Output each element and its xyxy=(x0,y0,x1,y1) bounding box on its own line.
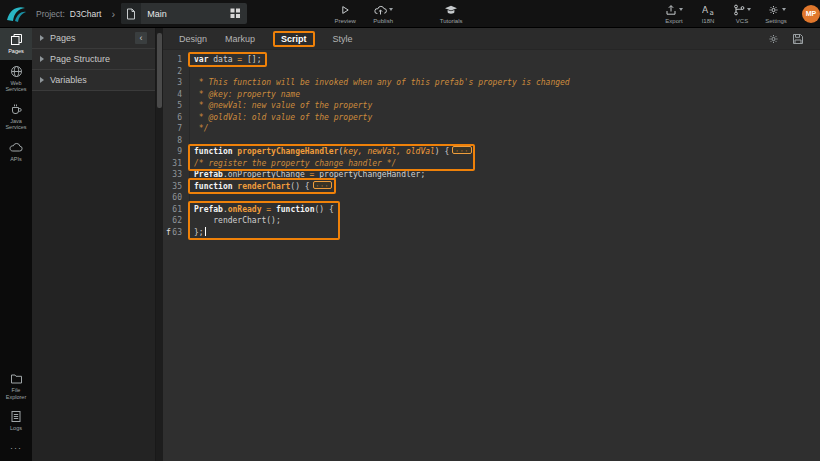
code-text: renderChart(); xyxy=(190,215,281,227)
tab-script[interactable]: Script xyxy=(273,31,315,47)
code-line[interactable]: 5 * @newVal: new value of the property xyxy=(163,100,820,112)
app-body: Pages Web Services Java Services APIs xyxy=(0,28,820,461)
preview-button[interactable]: Preview xyxy=(333,4,357,24)
line-number[interactable]: 4 xyxy=(163,89,190,101)
line-number[interactable]: 60 xyxy=(163,192,190,204)
project-prefix: Project: xyxy=(36,9,65,19)
code-line[interactable]: 35function renderChart() {··· xyxy=(163,181,820,193)
code-text: * @oldVal: old value of the property xyxy=(190,112,372,124)
page-tab-main[interactable]: Main xyxy=(121,3,247,24)
line-number[interactable]: 5 xyxy=(163,100,190,112)
sidebar-label: APIs xyxy=(10,156,22,163)
i18n-button[interactable]: A a I18N xyxy=(696,4,720,24)
sidebar-item-logs[interactable]: Logs xyxy=(0,405,32,437)
sidebar-label: Java Services xyxy=(1,118,31,131)
line-number[interactable]: 62 xyxy=(163,215,190,227)
sidebar-item-web-services[interactable]: Web Services xyxy=(0,60,32,98)
code-text: * This function will be invoked when any… xyxy=(190,77,570,89)
folded-region-widget[interactable]: ··· xyxy=(313,181,333,189)
app-logo[interactable] xyxy=(0,4,32,24)
code-line[interactable]: 60 xyxy=(163,192,820,204)
play-icon xyxy=(339,4,351,16)
chevron-right-icon[interactable]: › xyxy=(111,8,115,20)
sidebar-item-pages[interactable]: Pages xyxy=(0,28,32,60)
code-text: function propertyChangeHandler(key, newV… xyxy=(190,146,472,158)
code-line[interactable]: 2 xyxy=(163,66,820,78)
line-number[interactable]: 9 xyxy=(163,146,190,158)
code-line[interactable]: 33Prefab.onPropertyChange = propertyChan… xyxy=(163,169,820,181)
chevron-down-icon xyxy=(679,8,683,11)
collapse-panel-button[interactable]: ‹ xyxy=(135,32,147,44)
expand-arrow-icon[interactable] xyxy=(40,56,44,62)
tab-style[interactable]: Style xyxy=(333,34,353,44)
code-text: function renderChart() {··· xyxy=(190,181,332,193)
settings-button[interactable]: Settings xyxy=(764,4,788,24)
expand-arrow-icon[interactable] xyxy=(40,35,44,41)
sidebar-label: Web Services xyxy=(1,80,31,93)
line-number[interactable]: 6 xyxy=(163,112,190,124)
panel-section-label: Page Structure xyxy=(50,54,110,64)
export-button[interactable]: Export xyxy=(662,4,686,24)
preview-label: Preview xyxy=(334,18,355,24)
tutorials-button[interactable]: Tutorials xyxy=(439,4,463,24)
line-number[interactable]: 2 xyxy=(163,66,190,78)
line-number[interactable]: 8 xyxy=(163,135,190,147)
vcs-button[interactable]: VCS xyxy=(730,4,754,24)
project-name: D3Chart xyxy=(70,9,102,19)
top-bar: Project: D3Chart › Main Preview xyxy=(0,0,820,28)
line-number[interactable]: 35 xyxy=(163,181,190,193)
gutter-marker: f xyxy=(166,227,171,239)
line-number[interactable]: 33 xyxy=(163,169,190,181)
code-line[interactable]: 1var data = []; xyxy=(163,54,820,66)
svg-text:a: a xyxy=(709,9,713,16)
line-number[interactable]: 31 xyxy=(163,158,190,170)
text-cursor xyxy=(205,227,206,236)
code-line[interactable]: 3 * This function will be invoked when a… xyxy=(163,77,820,89)
code-line[interactable]: 61Prefab.onReady = function() { xyxy=(163,204,820,216)
line-number[interactable]: 63f xyxy=(163,227,190,239)
code-line[interactable]: 9function propertyChangeHandler(key, new… xyxy=(163,146,820,158)
editor-area: Design Markup Script Style 1var data = [… xyxy=(163,28,820,461)
line-number[interactable]: 61 xyxy=(163,204,190,216)
vcs-label: VCS xyxy=(736,18,748,24)
grid-view-icon[interactable] xyxy=(230,8,241,19)
line-number[interactable]: 7 xyxy=(163,123,190,135)
code-line[interactable]: 31/* register the property change handle… xyxy=(163,158,820,170)
scrollbar-thumb[interactable] xyxy=(157,33,162,108)
folder-icon xyxy=(10,372,23,385)
publish-cloud-icon xyxy=(374,4,387,16)
tutorials-label: Tutorials xyxy=(440,18,463,24)
sidebar-more-button[interactable]: ··· xyxy=(0,437,32,461)
sidebar-item-java-services[interactable]: Java Services xyxy=(0,98,32,136)
save-icon[interactable] xyxy=(792,33,804,45)
code-editor[interactable]: 1var data = [];23 * This function will b… xyxy=(163,50,820,461)
code-line[interactable]: 8 xyxy=(163,135,820,147)
sidebar-item-apis[interactable]: APIs xyxy=(0,136,32,168)
tab-markup[interactable]: Markup xyxy=(225,34,255,44)
tab-design[interactable]: Design xyxy=(179,34,207,44)
publish-button[interactable]: Publish xyxy=(371,4,395,24)
user-avatar[interactable]: MP xyxy=(802,5,820,23)
sidebar-label: File Explorer xyxy=(1,387,31,400)
code-line[interactable]: 4 * @key: property name xyxy=(163,89,820,101)
panel-section-variables[interactable]: Variables xyxy=(32,70,155,91)
gear-icon xyxy=(767,4,780,16)
line-number[interactable]: 3 xyxy=(163,77,190,89)
left-sidebar: Pages Web Services Java Services APIs xyxy=(0,28,32,461)
line-number[interactable]: 1 xyxy=(163,54,190,66)
code-line[interactable]: 6 * @oldVal: old value of the property xyxy=(163,112,820,124)
folded-region-widget[interactable]: ··· xyxy=(452,146,472,154)
code-line[interactable]: 62 renderChart(); xyxy=(163,215,820,227)
chevron-down-icon xyxy=(782,8,786,11)
page-tab-label: Main xyxy=(147,9,167,19)
panel-section-page-structure[interactable]: Page Structure xyxy=(32,49,155,70)
graduation-cap-icon xyxy=(444,4,458,16)
topbar-center-actions: Preview Publish Tutorials xyxy=(333,4,463,24)
code-line[interactable]: 7 */ xyxy=(163,123,820,135)
sidebar-item-file-explorer[interactable]: File Explorer xyxy=(0,367,32,405)
code-line[interactable]: 63f}; xyxy=(163,227,820,239)
expand-arrow-icon[interactable] xyxy=(40,77,44,83)
panel-section-pages[interactable]: Pages ‹ xyxy=(32,28,155,49)
code-text: */ xyxy=(190,123,208,135)
editor-settings-gear-icon[interactable] xyxy=(767,33,780,45)
